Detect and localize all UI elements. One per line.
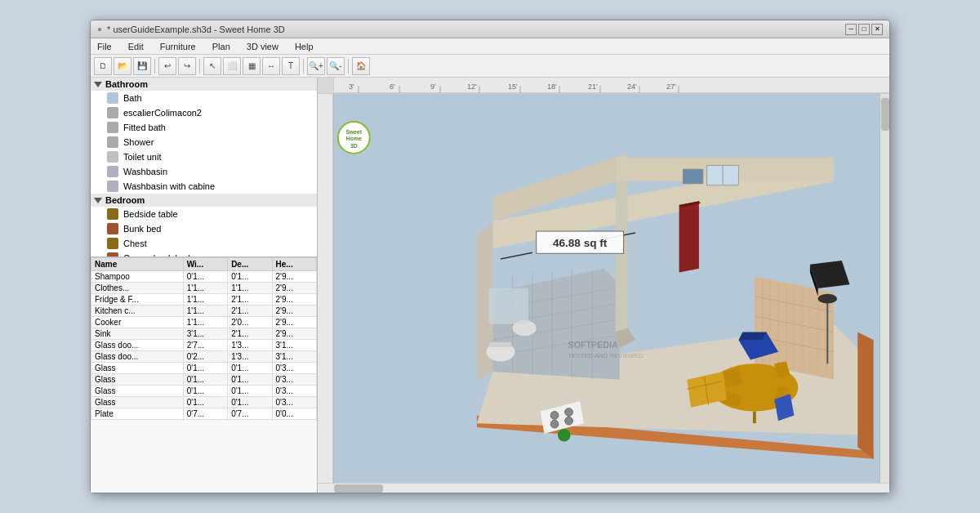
cell-depth: 2'1... [228, 306, 272, 317]
maximize-button[interactable]: □ [858, 24, 870, 35]
scrollbar-thumb-v[interactable] [881, 98, 889, 131]
svg-point-69 [565, 408, 573, 417]
tree-item-fittedbath[interactable]: Fitted bath [91, 120, 317, 135]
save-button[interactable]: 💾 [133, 57, 151, 75]
cell-name: Glass [91, 397, 184, 408]
new-button[interactable]: 🗋 [94, 57, 112, 75]
close-button[interactable]: ✕ [871, 24, 883, 35]
bath-icon [107, 92, 118, 104]
table-row[interactable]: Plate 0'7... 0'7... 0'0... [91, 420, 317, 422]
svg-text:3': 3' [349, 83, 354, 91]
cell-height: 0'3... [272, 386, 316, 397]
table-row[interactable]: Sink 3'1... 2'1... 2'9... [91, 328, 317, 340]
col-name: Name [91, 258, 184, 271]
category-bedroom[interactable]: Bedroom [91, 194, 317, 207]
menu-3dview[interactable]: 3D view [243, 40, 282, 53]
svg-point-83 [818, 294, 837, 304]
properties-table[interactable]: Name Wi... De... He... Shampoo 0'1... 0'… [91, 257, 317, 421]
svg-rect-81 [683, 169, 702, 183]
cell-width: 0'7... [183, 408, 227, 420]
tree-item-bath[interactable]: Bath [91, 91, 317, 105]
tree-item-chest[interactable]: Chest [91, 236, 317, 251]
svg-text:SOFTPEDIA: SOFTPEDIA [568, 340, 618, 350]
redo-button[interactable]: ↪ [178, 57, 196, 75]
tree-item-shower[interactable]: Shower [91, 135, 317, 149]
title-bar-left: ● * userGuideExample.sh3d - Sweet Home 3… [97, 25, 285, 34]
ruler-horizontal: 3' 6' 9' 12' 15' 18' 21' [334, 78, 889, 93]
cell-width: 0'1... [183, 363, 227, 374]
dimension-button[interactable]: ↔ [262, 57, 280, 75]
minimize-button[interactable]: ─ [845, 24, 857, 35]
cell-height: 0'3... [272, 374, 316, 386]
zoom-out-button[interactable]: 🔍- [327, 57, 345, 75]
open-button[interactable]: 📂 [114, 57, 131, 75]
right-panel: 3' 6' 9' 12' 15' 18' 21' [318, 78, 889, 493]
table-row[interactable]: Shampoo 0'1... 0'1... 2'9... [91, 271, 317, 283]
table-row[interactable]: Glass 0'1... 0'1... 0'3... [91, 363, 317, 374]
menu-furniture[interactable]: Furniture [157, 40, 199, 53]
svg-rect-78 [488, 288, 528, 324]
cell-name: Plate [91, 408, 184, 420]
tree-item-washbasin[interactable]: Washbasin [91, 164, 317, 179]
title-bar: ● * userGuideExample.sh3d - Sweet Home 3… [91, 20, 889, 38]
table-row[interactable]: Glass 0'1... 0'1... 0'3... [91, 386, 317, 397]
tree-item-toilet[interactable]: Toilet unit [91, 149, 317, 164]
table-row[interactable]: Plate 0'7... 0'7... 0'0... [91, 408, 317, 420]
table-row[interactable]: Cooker 1'1... 2'0... 2'9... [91, 317, 317, 328]
tree-item-bedside[interactable]: Bedside table [91, 207, 317, 221]
table-row[interactable]: Glass 0'1... 0'1... 0'3... [91, 397, 317, 408]
scrollbar-bottom[interactable] [318, 483, 889, 493]
tree-item-washbasincab[interactable]: Washbasin with cabine [91, 179, 317, 194]
menu-file[interactable]: File [94, 40, 115, 53]
svg-text:9': 9' [430, 83, 436, 91]
cell-depth: 2'1... [228, 328, 272, 340]
menu-plan[interactable]: Plan [209, 40, 234, 53]
select-button[interactable]: ↖ [203, 57, 221, 75]
toolbar-sep2 [199, 59, 200, 74]
canvas-area[interactable]: SOFTPEDIA TESTED AND REVIEWED 46.88 sq f… [334, 94, 889, 483]
cell-height: 2'9... [272, 294, 316, 306]
window-title: * userGuideExample.sh3d - Sweet Home 3D [107, 25, 285, 34]
tree-item-escalier[interactable]: escalierColimacon2 [91, 105, 317, 120]
draw-wall-button[interactable]: ⬜ [223, 57, 241, 75]
cell-height: 2'9... [272, 283, 316, 294]
cell-depth: 2'0... [228, 317, 272, 328]
ruler-vertical [318, 94, 334, 483]
text-button[interactable]: T [282, 57, 300, 75]
cell-name: Cooker [91, 317, 184, 328]
table-row[interactable]: Glass doo... 2'7... 1'3... 3'1... [91, 340, 317, 351]
escalier-icon [107, 107, 118, 118]
menu-help[interactable]: Help [292, 40, 317, 53]
table-row[interactable]: Clothes... 1'1... 1'1... 2'9... [91, 283, 317, 294]
undo-button[interactable]: ↩ [158, 57, 176, 75]
scrollbar-thumb-h[interactable] [334, 484, 383, 493]
col-height: He... [272, 258, 316, 271]
toolbar-sep4 [348, 59, 349, 74]
zoom-in-button[interactable]: 🔍+ [307, 57, 325, 75]
tree-item-cornerbunk[interactable]: Corner bunk bed [91, 251, 317, 257]
cell-name: Glass [91, 374, 184, 386]
table-row[interactable]: Kitchen c... 1'1... 2'1... 2'9... [91, 306, 317, 317]
toolbar: 🗋 📂 💾 ↩ ↪ ↖ ⬜ ▦ ↔ T 🔍+ 🔍- 🏠 [91, 55, 889, 78]
table-row[interactable]: Fridge & F... 1'1... 2'1... 2'9... [91, 294, 317, 306]
tree-item-bunkbed[interactable]: Bunk bed [91, 221, 317, 236]
cell-depth: 0'1... [228, 374, 272, 386]
main-window: ● * userGuideExample.sh3d - Sweet Home 3… [90, 20, 890, 493]
table-row[interactable]: Glass doo... 0'2... 1'3... 3'1... [91, 351, 317, 363]
table-row[interactable]: Glass 0'1... 0'1... 0'3... [91, 374, 317, 386]
category-bathroom[interactable]: Bathroom [91, 78, 317, 91]
tree-item-chest-label: Chest [123, 239, 147, 248]
cell-name: Glass [91, 363, 184, 374]
washbasin-icon [107, 166, 118, 177]
furniture-tree[interactable]: Bathroom Bath escalierColimacon2 Fitted … [91, 78, 317, 257]
3d-view-button[interactable]: 🏠 [352, 57, 370, 75]
chest-icon [107, 238, 118, 249]
cell-width: 0'2... [183, 351, 227, 363]
menu-edit[interactable]: Edit [125, 40, 147, 53]
cell-depth: 0'1... [228, 271, 272, 283]
svg-text:18': 18' [547, 83, 557, 91]
tree-item-shower-label: Shower [123, 137, 154, 147]
scrollbar-right[interactable] [880, 94, 889, 483]
tree-item-bunkbed-label: Bunk bed [123, 224, 161, 234]
draw-room-button[interactable]: ▦ [243, 57, 261, 75]
